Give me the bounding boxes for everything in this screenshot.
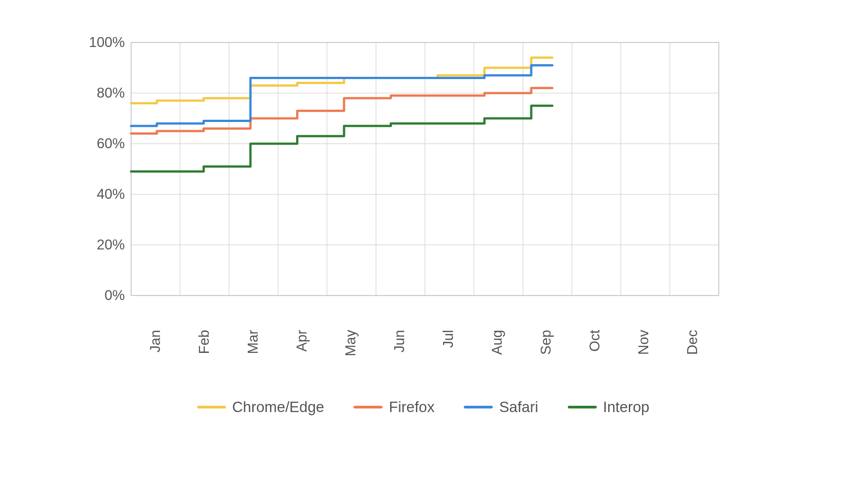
legend: Chrome/Edge Firefox Safari Interop — [98, 395, 749, 416]
x-tick-label: Mar — [245, 330, 261, 354]
chart-container: 100% 80% 60% 40% 20% 0% Jan Feb Mar Apr … — [98, 42, 749, 446]
y-tick-label: 100% — [71, 34, 125, 51]
x-tick-label: Jun — [392, 330, 408, 352]
legend-label: Chrome/Edge — [232, 399, 325, 416]
x-tick-label: Apr — [294, 330, 310, 352]
y-tick-label: 40% — [71, 186, 125, 202]
x-tick-label: May — [343, 330, 359, 357]
legend-label: Safari — [499, 399, 538, 416]
legend-swatch — [464, 406, 493, 408]
y-tick-label: 20% — [71, 237, 125, 253]
legend-swatch — [197, 406, 226, 408]
legend-label: Firefox — [389, 399, 434, 416]
legend-item-interop: Interop — [568, 399, 650, 416]
x-tick-label: Oct — [587, 330, 603, 352]
y-tick-label: 80% — [71, 85, 125, 101]
legend-item-firefox: Firefox — [354, 399, 434, 416]
legend-item-chrome-edge: Chrome/Edge — [197, 399, 325, 416]
x-tick-label: Feb — [196, 330, 212, 354]
x-tick-label: Aug — [489, 330, 505, 355]
x-tick-label: Jan — [147, 330, 164, 352]
line-chart — [131, 42, 719, 296]
x-tick-label: Jul — [440, 330, 457, 348]
legend-swatch — [568, 406, 597, 408]
x-tick-label: Nov — [636, 330, 652, 355]
x-tick-label: Dec — [684, 330, 701, 355]
legend-swatch — [354, 406, 382, 408]
y-tick-label: 0% — [71, 287, 125, 304]
x-tick-label: Sep — [538, 330, 554, 355]
legend-item-safari: Safari — [464, 399, 538, 416]
y-tick-label: 60% — [71, 136, 125, 152]
legend-label: Interop — [603, 399, 650, 416]
